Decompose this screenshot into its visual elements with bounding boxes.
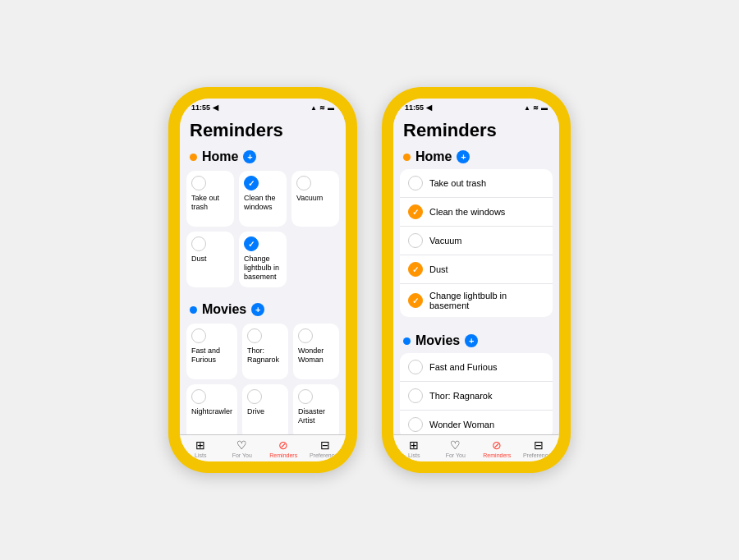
- reminders-icon-1: ⊘: [278, 438, 288, 452]
- tab-prefs-2[interactable]: ⊟ Preferences: [518, 438, 560, 458]
- list-item-wonder: Wonder Woman: [400, 411, 553, 434]
- label-thor: Thor: Ragnarok: [247, 347, 283, 365]
- list-checkmark-dust: ✓: [412, 265, 419, 274]
- label-lightbulb: Change lightbulb in basement: [244, 255, 282, 281]
- phone-list-outer: 11:55 ◀ ▲ ≋ ▬ Reminders Home +: [382, 87, 571, 473]
- tab-prefs-1[interactable]: ⊟ Preferences: [305, 438, 347, 458]
- lists-icon-1: ⊞: [195, 438, 205, 452]
- list-checkmark-windows: ✓: [412, 208, 419, 217]
- foryou-icon-1: ♡: [236, 438, 247, 452]
- section-header-movies-2: Movies +: [393, 328, 559, 351]
- checkbox-lightbulb[interactable]: ✓: [244, 236, 259, 251]
- grid-item-dust: Dust: [186, 232, 234, 287]
- checkbox-trash[interactable]: [191, 176, 206, 190]
- reminders-label-1: Reminders: [269, 452, 297, 458]
- home-grid-1: Take out trash ✓ Clean the windows Vacuu…: [180, 168, 346, 291]
- grid-item-night: Nightcrawler: [186, 384, 237, 434]
- home-add-2[interactable]: +: [457, 150, 470, 163]
- wifi-icon-2: ≋: [533, 104, 539, 112]
- label-disaster: Disaster Artist: [298, 407, 334, 425]
- movies-dot-2: [403, 337, 411, 345]
- tab-bar-1: ⊞ Lists ♡ For You ⊘ Reminders ⊟ Preferen…: [180, 434, 346, 461]
- list-checkmark-lightbulb: ✓: [412, 296, 419, 305]
- checkbox-dust[interactable]: [191, 236, 206, 251]
- tab-foryou-2[interactable]: ♡ For You: [435, 438, 477, 458]
- list-checkbox-lightbulb[interactable]: ✓: [408, 293, 423, 308]
- movies-add-1[interactable]: +: [251, 303, 264, 316]
- grid-item-lightbulb: ✓ Change lightbulb in basement: [239, 232, 287, 287]
- checkbox-fast[interactable]: [191, 328, 206, 343]
- label-windows: Clean the windows: [244, 194, 282, 212]
- home-add-1[interactable]: +: [243, 150, 256, 163]
- prefs-icon-2: ⊟: [534, 438, 544, 452]
- prefs-label-1: Preferences: [310, 452, 341, 458]
- home-dot-1: [190, 154, 197, 161]
- section-header-home-1: Home +: [180, 145, 346, 168]
- status-time-1: 11:55 ◀: [191, 103, 218, 112]
- tab-bar-2: ⊞ Lists ♡ For You ⊘ Reminders ⊟ Preferen…: [393, 434, 559, 461]
- tab-foryou-1[interactable]: ♡ For You: [222, 438, 264, 458]
- list-checkbox-fast[interactable]: [408, 360, 423, 374]
- section-header-home-2: Home +: [393, 145, 559, 168]
- app-title-1: Reminders: [190, 120, 336, 141]
- grid-item-drive: Drive: [242, 384, 288, 434]
- list-label-lightbulb: Change lightbulb in basement: [429, 291, 544, 310]
- wifi-icon: ≋: [319, 104, 325, 112]
- tab-reminders-1[interactable]: ⊘ Reminders: [263, 438, 305, 458]
- list-item-fast: Fast and Furious: [400, 353, 553, 382]
- checkbox-night[interactable]: [191, 389, 206, 404]
- reminders-label-2: Reminders: [483, 452, 511, 458]
- battery-icon-2: ▬: [541, 104, 548, 112]
- list-item-lightbulb: ✓ Change lightbulb in basement: [400, 284, 553, 317]
- checkbox-disaster[interactable]: [298, 389, 313, 404]
- checkbox-wonder[interactable]: [298, 328, 313, 343]
- grid-item-fast: Fast and Furious: [186, 324, 237, 379]
- movies-grid-1: Fast and Furious Thor: Ragnarok Wonder W…: [180, 320, 346, 434]
- list-checkbox-windows[interactable]: ✓: [408, 204, 423, 219]
- phone-grid-inner: 11:55 ◀ ▲ ≋ ▬ Reminders Home +: [180, 99, 346, 461]
- checkbox-vacuum[interactable]: [296, 176, 311, 190]
- tab-lists-1[interactable]: ⊞ Lists: [180, 438, 222, 458]
- list-item-windows: ✓ Clean the windows: [400, 198, 553, 227]
- list-item-thor: Thor: Ragnarok: [400, 382, 553, 411]
- grid-item-wonder: Wonder Woman: [293, 324, 339, 379]
- checkmark-windows: ✓: [248, 179, 255, 188]
- home-title-1: Home: [202, 149, 238, 164]
- app-header-1: Reminders: [180, 113, 346, 145]
- list-checkbox-thor[interactable]: [408, 388, 423, 403]
- label-drive: Drive: [247, 407, 264, 416]
- tab-reminders-2[interactable]: ⊘ Reminders: [476, 438, 518, 458]
- foryou-icon-2: ♡: [450, 438, 461, 452]
- app-title-2: Reminders: [403, 120, 549, 141]
- checkbox-windows[interactable]: ✓: [244, 176, 259, 190]
- movies-add-2[interactable]: +: [465, 334, 478, 347]
- phone-1-content[interactable]: Reminders Home + Take out trash: [180, 113, 346, 434]
- label-fast: Fast and Furious: [191, 347, 232, 365]
- reminders-icon-2: ⊘: [492, 438, 502, 452]
- phone-2-content[interactable]: Reminders Home + Take out trash ✓: [393, 113, 559, 434]
- list-checkbox-vacuum[interactable]: [408, 233, 423, 248]
- checkbox-thor[interactable]: [247, 328, 262, 343]
- list-checkbox-trash[interactable]: [408, 176, 423, 190]
- list-label-windows: Clean the windows: [429, 207, 505, 217]
- tab-lists-2[interactable]: ⊞ Lists: [393, 438, 435, 458]
- list-checkbox-wonder[interactable]: [408, 417, 423, 432]
- label-wonder: Wonder Woman: [298, 347, 334, 365]
- signal-icon: ▲: [310, 104, 317, 112]
- home-title-2: Home: [415, 149, 452, 164]
- lists-label-1: Lists: [195, 452, 206, 458]
- prefs-label-2: Preferences: [523, 452, 554, 458]
- label-dust: Dust: [191, 255, 207, 264]
- movies-dot-1: [190, 306, 197, 314]
- home-list-2: Take out trash ✓ Clean the windows Vacuu…: [400, 169, 553, 317]
- status-icons-2: ▲ ≋ ▬: [524, 104, 548, 112]
- app-header-2: Reminders: [393, 113, 559, 145]
- checkmark-lightbulb: ✓: [248, 240, 255, 249]
- grid-item-vacuum: Vacuum: [291, 171, 339, 227]
- list-checkbox-dust[interactable]: ✓: [408, 262, 423, 277]
- status-time-2: 11:55 ◀: [405, 103, 432, 112]
- label-vacuum: Vacuum: [296, 194, 323, 203]
- lists-label-2: Lists: [408, 452, 420, 458]
- movies-title-1: Movies: [202, 302, 246, 317]
- checkbox-drive[interactable]: [247, 389, 262, 404]
